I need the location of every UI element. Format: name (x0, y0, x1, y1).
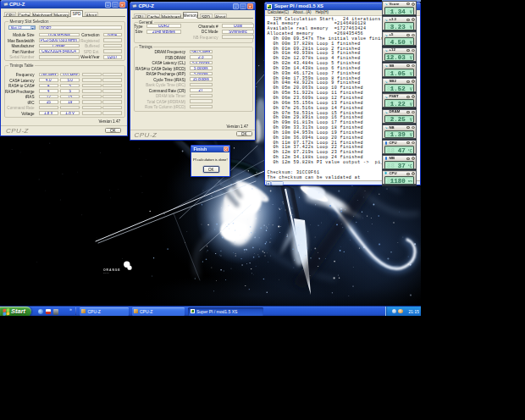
svg-text:ORANGE: ORANGE (103, 268, 121, 272)
svg-text:2008: 2008 (103, 272, 109, 274)
